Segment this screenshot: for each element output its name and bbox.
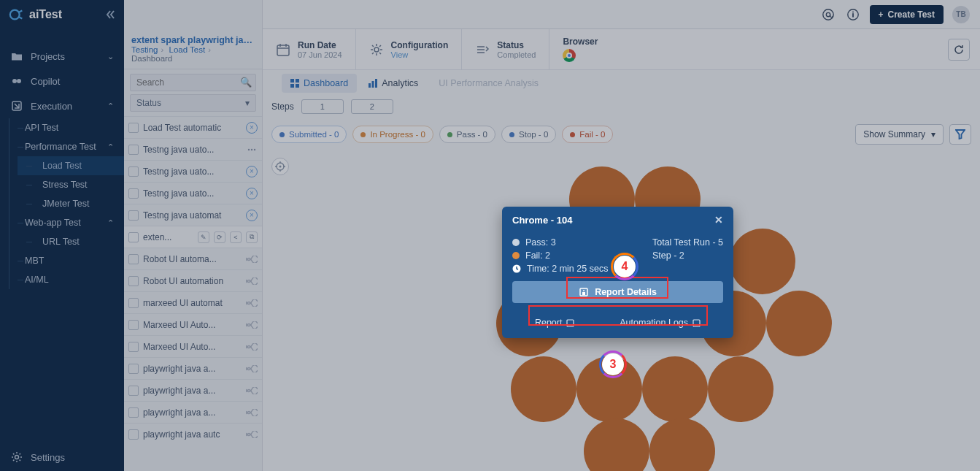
- status-wave-icon: [246, 253, 258, 265]
- breadcrumb: extent spark playwright jav... Testing› …: [124, 29, 262, 69]
- config-gear-icon: [369, 42, 384, 57]
- checkbox[interactable]: [128, 145, 139, 155]
- result-bubble[interactable]: [766, 291, 832, 356]
- svg-point-11: [251, 148, 252, 150]
- tab-analytics[interactable]: Analytics: [360, 74, 427, 93]
- brand-name: aiTest: [29, 8, 62, 21]
- nav-webapp-test[interactable]: Web-app Test⌃: [9, 213, 124, 232]
- nav-label: Web-app Test: [25, 218, 81, 228]
- checkbox[interactable]: [128, 364, 139, 374]
- test-row[interactable]: marxeed UI automat: [124, 291, 262, 313]
- annotation-marker-4: 4: [614, 256, 636, 277]
- test-row[interactable]: playwright java a...: [124, 401, 262, 423]
- user-avatar[interactable]: TB: [952, 6, 970, 23]
- svg-point-6: [826, 12, 830, 16]
- report-link[interactable]: Report: [535, 318, 575, 328]
- checkbox[interactable]: [128, 429, 139, 440]
- crumb-testing[interactable]: Testing: [131, 45, 158, 54]
- pill-submitted[interactable]: Submitted - 0: [271, 126, 347, 143]
- automation-logs-link[interactable]: Automation Logs: [620, 318, 701, 328]
- info-icon[interactable]: [845, 7, 861, 23]
- at-icon[interactable]: [820, 7, 836, 23]
- nav-projects[interactable]: Projects ⌄: [0, 44, 124, 69]
- pill-inprogress[interactable]: In Progress - 0: [352, 126, 433, 143]
- report-details-button[interactable]: Report Details: [512, 281, 723, 303]
- filter-button[interactable]: [949, 124, 971, 145]
- result-bubble[interactable]: [642, 356, 708, 422]
- checkbox[interactable]: [128, 298, 139, 308]
- nav-mbt[interactable]: MBT: [9, 251, 124, 270]
- checkbox[interactable]: [128, 232, 139, 242]
- result-bubble[interactable]: [584, 418, 649, 471]
- checkbox[interactable]: [128, 407, 139, 418]
- status-value: Completed: [497, 50, 536, 59]
- checkbox[interactable]: [128, 320, 139, 330]
- nav-jmeter-test[interactable]: JMeter Test: [18, 194, 124, 213]
- show-summary-select[interactable]: Show Summary▾: [855, 124, 944, 145]
- nav-copilot[interactable]: Copilot: [0, 69, 124, 93]
- nav-settings[interactable]: Settings: [0, 443, 124, 471]
- step-2[interactable]: 2: [351, 99, 393, 114]
- result-bubble[interactable]: [649, 418, 715, 471]
- create-test-button[interactable]: + Create Test: [870, 5, 944, 24]
- nav-load-test[interactable]: Load Test: [18, 156, 124, 175]
- test-label: playwright java a...: [143, 386, 242, 396]
- checkbox[interactable]: [128, 342, 139, 352]
- checkbox[interactable]: [128, 188, 139, 199]
- project-name: extent spark playwright jav...: [131, 35, 255, 45]
- pill-stop[interactable]: Stop - 0: [501, 126, 556, 143]
- checkbox[interactable]: [128, 254, 139, 264]
- nav-label: JMeter Test: [42, 199, 89, 209]
- status-select[interactable]: Status ▾: [130, 94, 256, 112]
- avatar-initials: TB: [956, 10, 965, 18]
- nav-api-test[interactable]: API Test: [9, 118, 124, 137]
- checkbox[interactable]: [128, 166, 139, 177]
- crumb-loadtest[interactable]: Load Test: [169, 45, 205, 54]
- copy-icon[interactable]: ⧉: [246, 231, 258, 243]
- result-bubble[interactable]: [730, 229, 795, 294]
- test-row[interactable]: playwright java autc: [124, 423, 262, 445]
- checkbox[interactable]: [128, 276, 139, 286]
- test-row[interactable]: Testng java uatomat×: [124, 204, 262, 226]
- tab-dashboard[interactable]: Dashboard: [282, 74, 357, 93]
- collapse-sidebar-button[interactable]: [105, 9, 115, 20]
- test-row[interactable]: Marxeed UI Auto...: [124, 313, 262, 335]
- nav-performance-test[interactable]: Performance Test⌃: [9, 137, 124, 156]
- tab-label: UI Performance Analysis: [439, 78, 539, 88]
- test-row[interactable]: Marxeed UI Auto...: [124, 335, 262, 357]
- edit-icon[interactable]: ✎: [198, 231, 209, 243]
- checkbox[interactable]: [128, 210, 139, 221]
- search-input[interactable]: [130, 74, 256, 91]
- checkbox[interactable]: [128, 123, 139, 133]
- recenter-button[interactable]: [271, 158, 289, 175]
- test-row[interactable]: exten...✎⟳<⧉: [124, 226, 262, 248]
- popup-close-button[interactable]: ✕: [714, 214, 723, 226]
- nav-label: Stress Test: [42, 180, 88, 190]
- refresh-button[interactable]: [948, 39, 970, 61]
- test-row[interactable]: Testng java uato...×: [124, 182, 262, 204]
- nav-label: Execution: [31, 101, 72, 112]
- test-row[interactable]: playwright java a...: [124, 379, 262, 401]
- test-row[interactable]: Testng java uato...: [124, 138, 262, 160]
- test-row[interactable]: Robot UI automation: [124, 269, 262, 291]
- test-row[interactable]: Testng java uato...×: [124, 160, 262, 182]
- pill-fail[interactable]: Fail - 0: [562, 126, 613, 143]
- run-icon[interactable]: ⟳: [214, 231, 225, 243]
- checkbox[interactable]: [128, 386, 139, 396]
- status-wave-icon: [246, 363, 258, 375]
- result-bubble[interactable]: [511, 356, 576, 422]
- funnel-icon: [955, 129, 965, 139]
- nav-stress-test[interactable]: Stress Test: [18, 175, 124, 194]
- nav-execution[interactable]: Execution ⌃: [0, 93, 124, 118]
- test-label: playwright java a...: [143, 407, 242, 418]
- test-row[interactable]: Load Test automatic×: [124, 116, 262, 138]
- pill-pass[interactable]: Pass - 0: [439, 126, 495, 143]
- nav-aiml[interactable]: AI/ML: [9, 270, 124, 289]
- info-configuration[interactable]: ConfigurationView: [356, 29, 463, 69]
- test-row[interactable]: Robot UI automa...: [124, 248, 262, 269]
- test-row[interactable]: playwright java a...: [124, 357, 262, 379]
- result-bubble[interactable]: [708, 356, 773, 422]
- share-icon[interactable]: <: [230, 231, 242, 243]
- nav-url-test[interactable]: URL Test: [18, 232, 124, 251]
- step-1[interactable]: 1: [301, 99, 344, 114]
